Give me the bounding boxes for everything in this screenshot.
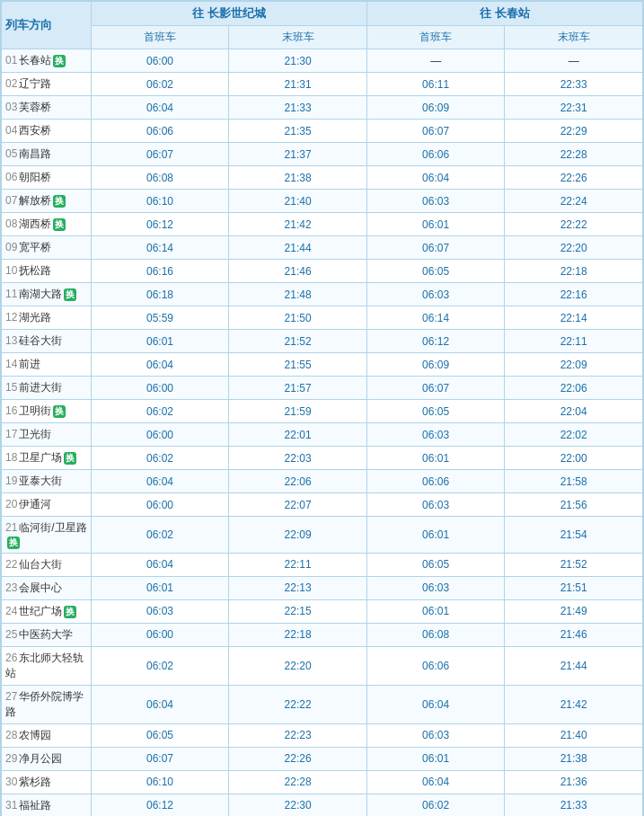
station-number: 09	[5, 241, 17, 253]
table-row: 29净月公园06:0722:2606:0121:38	[2, 747, 643, 770]
station-cell: 09宽平桥	[2, 236, 92, 260]
station-number: 24	[5, 605, 17, 617]
last-train-1: 21:42	[229, 213, 367, 236]
station-cell: 14前进	[2, 353, 92, 377]
station-cell: 29净月公园	[2, 747, 92, 770]
transfer-badge: 换	[53, 405, 66, 418]
first-train-1: 06:08	[91, 166, 229, 190]
last-train-1: 21:52	[229, 330, 367, 353]
first-train-1: 06:01	[91, 576, 229, 599]
last-train-2: 21:40	[505, 723, 643, 747]
table-row: 04西安桥06:0621:3506:0722:29	[2, 120, 643, 143]
table-row: 12湖光路05:5921:5006:1422:14	[2, 306, 643, 330]
station-number: 06	[5, 171, 17, 183]
first-train-2: 06:07	[366, 120, 505, 143]
first-train-1: 06:04	[91, 553, 229, 576]
station-name-text: 会展中心	[19, 581, 62, 594]
first-train-1: 06:04	[91, 96, 229, 120]
first-train-1: 06:07	[91, 747, 229, 770]
station-cell: 01长春站换	[2, 49, 92, 73]
last-train-2: 21:33	[505, 794, 643, 816]
last-train-1: 21:31	[229, 73, 367, 96]
first-train-1: 06:10	[91, 770, 229, 794]
last-train-2: 21:49	[505, 599, 643, 623]
station-name-text: 辽宁路	[19, 77, 51, 90]
last-train-2: 22:11	[505, 330, 643, 353]
first-train-2: 06:01	[366, 599, 505, 623]
table-row: 18卫星广场换06:0222:0306:0122:00	[2, 447, 643, 470]
last-train-2: 21:54	[505, 517, 643, 554]
first-train-2: 06:09	[366, 96, 505, 120]
first-train-2: 06:06	[366, 470, 505, 493]
last-train-2: 21:56	[505, 493, 643, 517]
first-train-1: 06:02	[91, 517, 229, 554]
first-train-2: 06:05	[366, 553, 505, 576]
station-name-text: 世纪广场	[19, 605, 62, 617]
last-train-1: 21:37	[229, 143, 367, 166]
station-number: 17	[5, 428, 17, 440]
last-train-1: 21:38	[229, 166, 367, 190]
last-train-1: 22:15	[229, 599, 367, 623]
table-row: 07解放桥换06:1021:4006:0322:24	[2, 190, 643, 213]
last-train-1: 22:20	[229, 646, 367, 685]
first-train-1: 06:06	[91, 120, 229, 143]
first-train-1: 06:00	[91, 377, 229, 400]
first-train-2: 06:01	[366, 517, 505, 554]
last-train-1: 22:09	[229, 517, 367, 554]
first-train-2: 06:06	[366, 143, 505, 166]
last-train-2: 21:51	[505, 576, 643, 599]
station-name-text: 长春站	[19, 54, 51, 67]
station-number: 23	[5, 581, 17, 594]
header-first1: 首班车	[91, 26, 229, 49]
last-train-2: 21:46	[505, 623, 643, 646]
last-train-2: 21:36	[505, 770, 643, 794]
last-train-2: 22:06	[505, 377, 643, 400]
first-train-1: 06:04	[91, 470, 229, 493]
first-train-1: 06:02	[91, 447, 229, 470]
last-train-1: 22:26	[229, 747, 367, 770]
station-name-text: 卫明街	[19, 404, 51, 417]
station-name-text: 南昌路	[19, 147, 51, 160]
table-row: 01长春站换06:0021:30——	[2, 49, 643, 73]
first-train-1: 06:10	[91, 190, 229, 213]
station-number: 04	[5, 124, 17, 137]
station-number: 16	[5, 404, 17, 417]
last-train-2: 22:04	[505, 400, 643, 423]
station-number: 27	[5, 690, 17, 703]
table-row: 21临河街/卫星路换06:0222:0906:0121:54	[2, 517, 643, 554]
last-train-1: 21:50	[229, 306, 367, 330]
table-row: 25中医药大学06:0022:1806:0821:46	[2, 623, 643, 646]
first-train-2: 06:05	[366, 400, 505, 423]
station-cell: 26东北师大轻轨站	[2, 646, 92, 685]
last-train-1: 21:46	[229, 260, 367, 283]
last-train-2: 22:16	[505, 283, 643, 306]
station-number: 05	[5, 147, 17, 160]
table-row: 22仙台大街06:0422:1106:0521:52	[2, 553, 643, 576]
first-train-1: 06:00	[91, 493, 229, 517]
station-name-text: 仙台大街	[19, 558, 62, 571]
station-name-text: 中医药大学	[19, 628, 73, 641]
station-cell: 13硅谷大街	[2, 330, 92, 353]
last-train-1: 22:11	[229, 553, 367, 576]
table-row: 20伊通河06:0022:0706:0321:56	[2, 493, 643, 517]
last-train-2: 21:52	[505, 553, 643, 576]
table-row: 02辽宁路06:0221:3106:1122:33	[2, 73, 643, 96]
table-row: 10抚松路06:1621:4606:0522:18	[2, 260, 643, 283]
station-name-text: 福祉路	[19, 799, 51, 812]
station-cell: 12湖光路	[2, 306, 92, 330]
last-train-1: 22:06	[229, 470, 367, 493]
station-cell: 08湖西桥换	[2, 213, 92, 236]
last-train-2: 22:09	[505, 353, 643, 377]
header-to-changying: 往 长影世纪城	[91, 2, 366, 26]
table-row: 05南昌路06:0721:3706:0622:28	[2, 143, 643, 166]
first-train-1: 06:04	[91, 685, 229, 723]
first-train-1: 06:07	[91, 143, 229, 166]
table-row: 17卫光街06:0022:0106:0322:02	[2, 423, 643, 447]
first-train-2: 06:03	[366, 723, 505, 747]
table-row: 09宽平桥06:1421:4406:0722:20	[2, 236, 643, 260]
table-row: 23会展中心06:0122:1306:0321:51	[2, 576, 643, 599]
table-row: 11南湖大路换06:1821:4806:0322:16	[2, 283, 643, 306]
last-train-1: 21:48	[229, 283, 367, 306]
first-train-1: 06:18	[91, 283, 229, 306]
station-name-text: 宽平桥	[19, 241, 51, 253]
